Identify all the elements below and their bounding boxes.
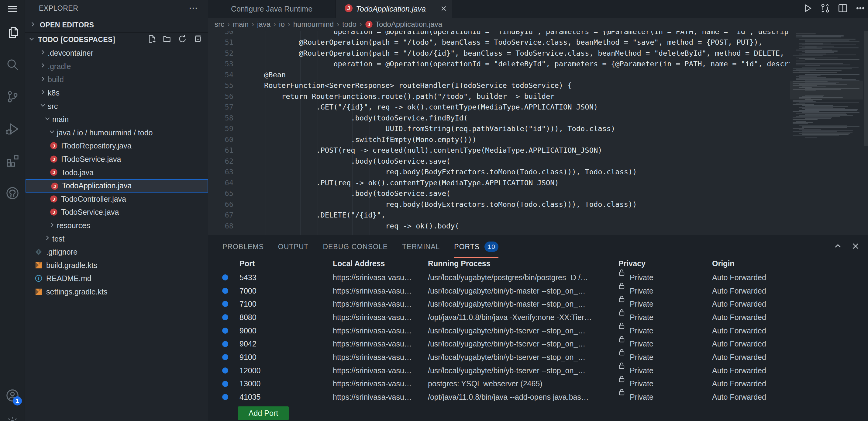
local-address[interactable]: https://srinivasa-vasu…: [333, 379, 412, 388]
tree-item-settings-gradle-kts[interactable]: settings.gradle.kts: [25, 285, 207, 299]
tree-item-todo-java[interactable]: JTodo.java: [25, 166, 207, 179]
breadcrumb: src›main›java›io›humourmind›todo›JTodoAp…: [208, 18, 868, 31]
maximize-panel-icon[interactable]: [833, 242, 842, 252]
port-row-8080[interactable]: 8080https://srinivasa-vasu…/opt/java/11.…: [208, 311, 868, 324]
panel-tab-problems[interactable]: PROBLEMS: [222, 235, 264, 258]
line-number: 61: [208, 146, 234, 155]
local-address[interactable]: https://srinivasa-vasu…: [333, 313, 412, 321]
github-icon[interactable]: [0, 186, 25, 200]
tree-item-itodorepository-java[interactable]: JITodoRepository.java: [25, 139, 207, 153]
local-address[interactable]: https://srinivasa-vasu…: [333, 339, 412, 348]
tree-item-k8s[interactable]: k8s: [25, 86, 207, 100]
split-editor-icon[interactable]: [838, 3, 848, 15]
local-address[interactable]: https://srinivasa-vasu…: [333, 300, 412, 308]
tree-item--devcontainer[interactable]: .devcontainer: [25, 47, 207, 60]
local-address[interactable]: https://srinivasa-vasu…: [333, 286, 412, 295]
port-row-41035[interactable]: 41035https://srinivasa-vasu…/opt/java/11…: [208, 390, 868, 404]
origin-value: Auto Forwarded: [712, 326, 766, 335]
scrollbar[interactable]: [864, 31, 868, 235]
panel-tab-ports[interactable]: PORTS10: [454, 235, 498, 258]
panel-tab-terminal[interactable]: TERMINAL: [402, 235, 440, 258]
workspace-section-header[interactable]: TODO [CODESPACES]: [25, 32, 209, 47]
breadcrumb-file[interactable]: TodoApplication.java: [375, 20, 442, 29]
close-panel-icon[interactable]: [851, 242, 860, 252]
chevron-down-icon: [43, 115, 51, 124]
new-folder-icon[interactable]: [163, 35, 172, 45]
running-process: /usr/local/yugabyte/postgres/bin/postgre…: [428, 273, 588, 282]
port-row-7000[interactable]: 7000https://srinivasa-vasu…/usr/local/yu…: [208, 284, 868, 298]
port-row-9100[interactable]: 9100https://srinivasa-vasu…/usr/local/yu…: [208, 350, 868, 364]
minimap-line: [793, 135, 839, 136]
port-number: 41035: [240, 393, 261, 401]
privacy-value: Private: [630, 393, 653, 401]
local-address[interactable]: https://srinivasa-vasu…: [333, 273, 412, 282]
tree-item-readme-md[interactable]: iREADME.md: [25, 272, 207, 285]
port-row-9042[interactable]: 9042https://srinivasa-vasu…/usr/local/yu…: [208, 337, 868, 351]
tree-item-label: .gitignore: [46, 248, 78, 256]
running-process: postgres: YSQL webserver (2465): [428, 379, 542, 388]
compare-changes-icon[interactable]: [820, 3, 830, 15]
menu-icon[interactable]: [0, 3, 25, 15]
local-address[interactable]: https://srinivasa-vasu…: [333, 366, 412, 375]
tree-item-todoservice-java[interactable]: JTodoService.java: [25, 206, 207, 219]
breadcrumb-item[interactable]: io: [279, 20, 285, 29]
breadcrumb-item[interactable]: java: [257, 20, 271, 29]
more-actions-icon[interactable]: [855, 3, 866, 15]
code-line-68: 68 req -> ok().body(: [208, 221, 790, 231]
scrollbar-thumb[interactable]: [864, 31, 868, 146]
tree-item-todocontroller-java[interactable]: JTodoController.java: [25, 193, 207, 206]
tab-todoapplication[interactable]: J TodoApplication.java: [336, 0, 452, 18]
breadcrumb-item[interactable]: todo: [342, 20, 356, 29]
collapse-all-icon[interactable]: [193, 35, 202, 45]
new-file-icon[interactable]: [148, 35, 156, 45]
code-editor[interactable]: 50 operation = @Operation(operationId = …: [208, 31, 790, 235]
extensions-icon[interactable]: [0, 154, 25, 168]
run-debug-icon[interactable]: [0, 122, 25, 136]
code-line-56: 56 return RouterFunctions.route().path("…: [208, 91, 790, 102]
tree-item-java-io-humourmind-todo[interactable]: java / io / humourmind / todo: [25, 126, 207, 140]
add-port-button[interactable]: Add Port: [238, 406, 289, 420]
tree-item-todoapplication-java[interactable]: JTodoApplication.java: [26, 179, 208, 193]
settings-gear-icon[interactable]: [0, 416, 25, 421]
panel-tab-output[interactable]: OUTPUT: [278, 235, 309, 258]
files-icon[interactable]: [0, 26, 25, 39]
breadcrumb-item[interactable]: src: [215, 20, 224, 29]
local-address[interactable]: https://srinivasa-vasu…: [333, 393, 412, 401]
tree-item-itodoservice-java[interactable]: JITodoService.java: [25, 153, 207, 166]
panel-tab-debug-console[interactable]: DEBUG CONSOLE: [323, 235, 388, 258]
info-file-icon: i: [35, 274, 42, 284]
port-row-13000[interactable]: 13000https://srinivasa-vasu…postgres: YS…: [208, 377, 868, 391]
workspace-label: TODO [CODESPACES]: [38, 36, 115, 44]
port-status-dot: [222, 314, 228, 320]
tree-item-resources[interactable]: resources: [25, 219, 207, 232]
breadcrumb-item[interactable]: main: [233, 20, 249, 29]
search-icon[interactable]: [0, 57, 25, 72]
editor-tab-bar: Configure Java Runtime J TodoApplication…: [208, 0, 868, 18]
port-row-5433[interactable]: 5433https://srinivasa-vasu…/usr/local/yu…: [208, 271, 868, 284]
breadcrumb-item[interactable]: humourmind: [293, 20, 334, 29]
line-number: 52: [208, 49, 234, 57]
minimap[interactable]: [790, 31, 863, 235]
tab-configure-java-runtime[interactable]: Configure Java Runtime: [208, 0, 336, 18]
close-icon[interactable]: [440, 5, 448, 14]
tree-item-main[interactable]: main: [25, 113, 207, 126]
tree-item-build-gradle-kts[interactable]: build.gradle.kts: [25, 259, 207, 272]
port-row-9000[interactable]: 9000https://srinivasa-vasu…/usr/local/yu…: [208, 324, 868, 337]
local-address[interactable]: https://srinivasa-vasu…: [333, 353, 412, 362]
local-address[interactable]: https://srinivasa-vasu…: [333, 326, 412, 335]
open-editors-section[interactable]: OPEN EDITORS: [25, 18, 209, 32]
tree-item-build[interactable]: build: [25, 73, 207, 86]
tree-item--gitignore[interactable]: .gitignore: [25, 246, 207, 259]
more-actions-icon[interactable]: ⋯: [189, 2, 198, 13]
run-icon[interactable]: [802, 3, 813, 15]
port-row-12000[interactable]: 12000https://srinivasa-vasu…/usr/local/y…: [208, 364, 868, 377]
source-control-icon[interactable]: [0, 90, 25, 104]
tree-item-src[interactable]: src: [25, 100, 207, 113]
minimap-line: [793, 119, 817, 120]
minimap-line: [793, 55, 823, 56]
tree-item-test[interactable]: test: [25, 232, 207, 246]
refresh-icon[interactable]: [178, 35, 187, 45]
minimap-line: [799, 133, 850, 134]
tree-item--gradle[interactable]: .gradle: [25, 60, 207, 73]
port-row-7100[interactable]: 7100https://srinivasa-vasu…/usr/local/yu…: [208, 297, 868, 311]
